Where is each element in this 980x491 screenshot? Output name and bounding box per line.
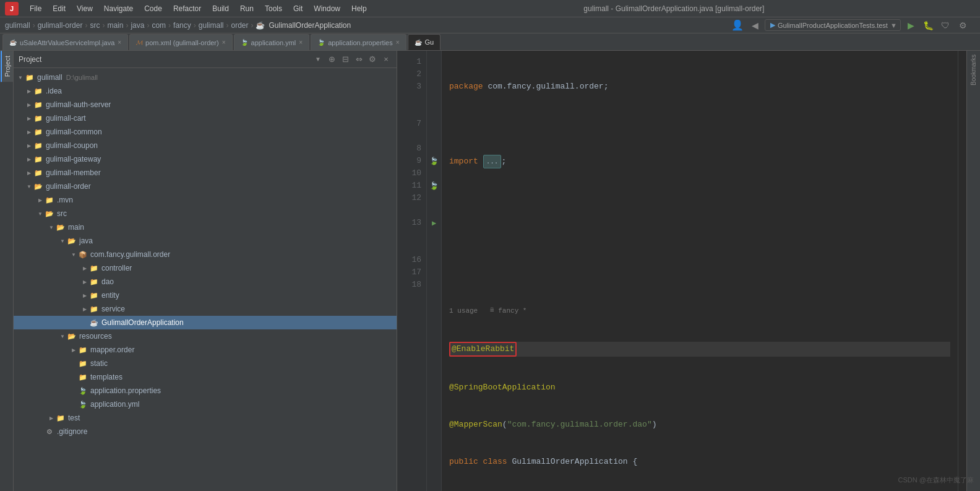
toggle-icon: ▶ (25, 87, 33, 95)
tree-item-auth[interactable]: ▶ 📁 gulimall-auth-server (14, 98, 397, 111)
coverage-button[interactable]: 🛡 (938, 18, 953, 33)
tree-item-order[interactable]: ▼ 📂 gulimall-order (14, 180, 397, 193)
bookmarks-tab[interactable]: Bookmarks (968, 51, 979, 89)
tree-item-gitignore[interactable]: ⚙ .gitignore (14, 425, 397, 438)
java-icon: ☕ (415, 39, 422, 46)
yml-icon: 🍃 (241, 39, 248, 46)
menu-tools[interactable]: Tools (260, 3, 287, 14)
tab-close[interactable]: × (222, 39, 226, 46)
settings-gear-btn[interactable]: ⚙ (367, 54, 378, 65)
tab-gulimallorderapp[interactable]: ☕ Gu (408, 34, 441, 50)
tree-item-entity[interactable]: ▶ 📁 entity (14, 289, 397, 302)
tree-item-mapper[interactable]: ▶ 📁 mapper.order (14, 343, 397, 357)
menu-edit[interactable]: Edit (48, 3, 71, 14)
tree-item-service[interactable]: ▶ 📁 service (14, 302, 397, 316)
settings-button[interactable]: ⚙ (955, 18, 970, 33)
run-main-icon[interactable]: ▶ (427, 217, 441, 229)
menu-run[interactable]: Run (235, 3, 259, 14)
tab-appprop[interactable]: 🍃 application.properties × (311, 34, 406, 50)
menu-code[interactable]: Code (139, 3, 167, 14)
folder-open-icon: 📂 (67, 331, 77, 341)
tree-label: GulimallOrderApplication (101, 318, 184, 327)
tree-label: java (79, 237, 93, 245)
tree-item-gulimallorderapp[interactable]: ☕ GulimallOrderApplication (14, 316, 397, 329)
file-tree: ▼ 📁 gulimall D:\gulimall ▶ 📁 .idea ▶ 📁 g… (14, 68, 397, 491)
tab-close[interactable]: × (396, 39, 400, 46)
menu-build[interactable]: Build (207, 3, 234, 14)
tree-item-static[interactable]: 📁 static (14, 357, 397, 370)
code-editor[interactable]: 1 2 3 7 8 9 10 11 12 13 16 17 18 (397, 51, 966, 491)
debug-button[interactable]: 🐛 (921, 18, 935, 33)
bc-gulimall[interactable]: gulimall (5, 21, 30, 30)
tree-item-mvn[interactable]: ▶ 📁 .mvn (14, 193, 397, 207)
bc-java[interactable]: java (131, 21, 144, 30)
tree-item-dao[interactable]: ▶ 📁 dao (14, 275, 397, 289)
tree-item-package[interactable]: ▼ 📦 com.fancy.gulimall.order (14, 248, 397, 261)
tree-item-gateway[interactable]: ▶ 📁 gulimall-gateway (14, 152, 397, 166)
java-class-icon: ☕ (89, 318, 99, 328)
menu-navigate[interactable]: Navigate (99, 3, 138, 14)
toggle-icon: ▶ (80, 291, 89, 300)
toggle-icon: ▶ (25, 168, 33, 177)
editor-scrollbar[interactable] (958, 51, 966, 491)
code-content[interactable]: package com.fancy.gulimall.order; import… (442, 51, 958, 491)
tree-item-common[interactable]: ▶ 📁 gulimall-common (14, 125, 397, 139)
tab-usaleattr[interactable]: ☕ uSaleAttrValueServiceImpl.java × (2, 34, 128, 50)
editor-tabs: ☕ uSaleAttrValueServiceImpl.java × 𝓜 pom… (0, 33, 980, 51)
run-config-dropdown[interactable]: ▶ GulimallProductApplicationTests.test ▼ (765, 19, 901, 31)
scroll-to-file-btn[interactable]: ⇔ (353, 54, 364, 65)
bc-active-file[interactable]: GulimallOrderApplication (269, 21, 351, 30)
tree-label: gulimall-cart (46, 114, 86, 123)
tree-item-controller[interactable]: ▶ 📁 controller (14, 261, 397, 275)
tree-item-appyml[interactable]: 🍃 application.yml (14, 398, 397, 411)
bc-fancy[interactable]: fancy (173, 21, 191, 30)
close-panel-btn[interactable]: × (380, 54, 392, 65)
tree-item-test[interactable]: ▶ 📁 test (14, 411, 397, 425)
run-button[interactable]: ▶ (903, 18, 918, 33)
project-panel-tab[interactable]: Project (1, 51, 13, 82)
tree-item-resources[interactable]: ▼ 📂 resources (14, 329, 397, 343)
menu-file[interactable]: File (25, 3, 46, 14)
tab-close[interactable]: × (299, 39, 303, 46)
tree-item-idea[interactable]: ▶ 📁 .idea (14, 84, 397, 98)
tree-label: templates (90, 373, 123, 381)
bc-com[interactable]: com (152, 21, 166, 30)
tab-close[interactable]: × (118, 39, 121, 46)
run-gutter-icon[interactable]: 🍃 (427, 180, 441, 192)
bc-order[interactable]: gulimall-order (38, 21, 83, 30)
folder-icon: 📁 (78, 372, 88, 382)
tab-label: application.properties (328, 39, 393, 46)
folder-icon: 📁 (25, 72, 35, 82)
tree-item-member[interactable]: ▶ 📁 gulimall-member (14, 166, 397, 180)
tree-item-coupon[interactable]: ▶ 📁 gulimall-coupon (14, 139, 397, 152)
spring-boot-icon[interactable]: 🍃 (427, 155, 441, 167)
bc-main[interactable]: main (107, 21, 123, 30)
tab-pomxml[interactable]: 𝓜 pom.xml (gulimall-order) × (129, 34, 232, 50)
menu-view[interactable]: View (72, 3, 98, 14)
tree-item-main[interactable]: ▼ 📂 main (14, 220, 397, 234)
tree-item-appprop[interactable]: 🍃 application.properties (14, 384, 397, 398)
tree-item-gulimall[interactable]: ▼ 📁 gulimall D:\gulimall (14, 71, 397, 84)
tree-item-templates[interactable]: 📁 templates (14, 370, 397, 384)
bc-src[interactable]: src (90, 21, 100, 30)
xml-icon: 𝓜 (136, 39, 142, 46)
vcs-button[interactable]: 👤 (730, 18, 745, 33)
tree-item-java-folder[interactable]: ▼ 📂 java (14, 234, 397, 248)
bc-gulimall2[interactable]: gulimall (199, 21, 224, 30)
menu-refactor[interactable]: Refactor (168, 3, 206, 14)
toggle-icon: ▼ (25, 182, 33, 191)
folder-icon: 📁 (33, 100, 43, 110)
java-icon: ☕ (9, 39, 17, 46)
tree-item-src[interactable]: ▼ 📂 src (14, 207, 397, 220)
bc-order2[interactable]: order (231, 21, 248, 30)
tab-appyml[interactable]: 🍃 application.yml × (234, 34, 310, 50)
collapse-all-btn[interactable]: ⊟ (340, 54, 351, 65)
back-button[interactable]: ◀ (747, 18, 762, 33)
menu-git[interactable]: Git (288, 3, 307, 14)
tree-item-cart[interactable]: ▶ 📁 gulimall-cart (14, 111, 397, 125)
menu-window[interactable]: Window (309, 3, 345, 14)
menu-help[interactable]: Help (346, 3, 372, 14)
add-file-btn[interactable]: ⊕ (326, 54, 337, 65)
toggle-icon: ▼ (47, 223, 56, 232)
toggle-icon (80, 318, 89, 327)
